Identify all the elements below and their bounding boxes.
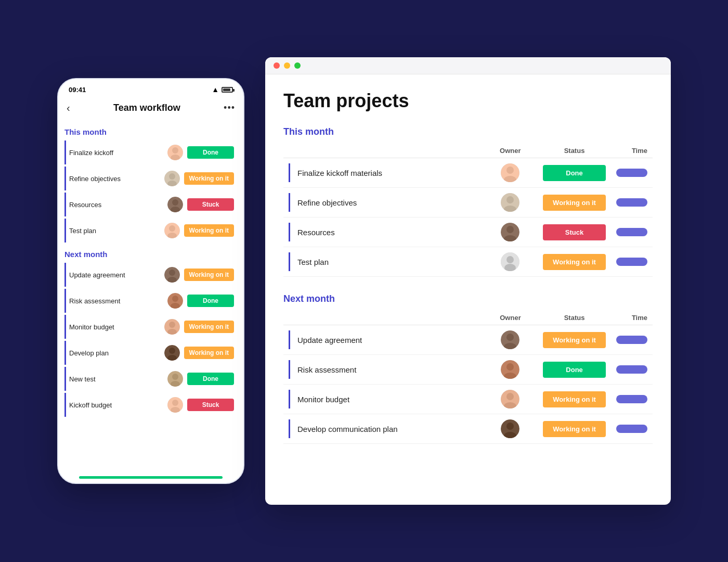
status-badge: Done (187, 295, 234, 307)
table-row[interactable]: Finalize kickoff materials Done (283, 158, 653, 188)
status-badge: Working on it (543, 421, 606, 437)
status-badge: Working on it (543, 254, 606, 270)
task-name: Resources (69, 201, 163, 209)
task-border (289, 223, 290, 241)
window-dot-green[interactable] (294, 62, 301, 69)
owner-cell (483, 325, 538, 355)
avatar (167, 197, 183, 212)
task-cell: Finalize kickoff materials (283, 158, 483, 188)
time-cell (611, 247, 653, 277)
window-dot-yellow[interactable] (284, 62, 290, 69)
svg-point-46 (506, 363, 514, 371)
table-row[interactable]: Update agreement Working on it (283, 325, 653, 355)
status-badge: Done (543, 165, 606, 181)
time-bar (616, 425, 647, 433)
task-border (289, 163, 290, 182)
battery-icon (222, 87, 233, 93)
svg-point-16 (172, 296, 178, 302)
table-row[interactable]: Refine objectives Working on it (283, 188, 653, 218)
task-row[interactable]: Refine objectives Working on it (64, 167, 237, 190)
time-bar (616, 198, 647, 207)
phone-mockup: 09:41 ▲ ‹ Team workflow ••• This month F… (57, 78, 244, 484)
task-row[interactable]: Test plan Working on it (64, 219, 237, 242)
desktop-window: Team projects This month Owner Status Ti… (265, 57, 671, 505)
task-row[interactable]: Kickoff budget Stuck (64, 393, 237, 417)
table-row[interactable]: Risk assessment Done (283, 355, 653, 385)
status-badge: Done (187, 373, 234, 385)
task-row[interactable]: Monitor budget Working on it (64, 315, 237, 339)
task-border (289, 330, 290, 349)
col-time-header-2: Time (611, 311, 653, 325)
status-badge: Working on it (543, 391, 606, 407)
col-status-header-2: Status (538, 311, 611, 325)
svg-point-40 (506, 256, 514, 263)
col-time-header: Time (611, 144, 653, 158)
window-dot-red[interactable] (274, 62, 280, 69)
avatar (164, 171, 180, 186)
task-name: Update agreement (69, 271, 160, 279)
task-row[interactable]: Risk assessment Done (64, 289, 237, 313)
status-cell: Done (538, 355, 611, 385)
svg-point-34 (506, 196, 514, 203)
task-name: Test plan (69, 227, 160, 235)
avatar (501, 419, 519, 438)
svg-point-31 (506, 167, 514, 174)
col-owner-header-2: Owner (483, 311, 538, 325)
task-row[interactable]: Update agreement Working on it (64, 263, 237, 287)
task-cell: Risk assessment (283, 355, 483, 385)
svg-point-52 (506, 423, 514, 430)
task-row[interactable]: Finalize kickoff Done (64, 140, 237, 164)
status-badge: Working on it (184, 347, 234, 359)
task-name: Finalize kickoff materials (297, 169, 382, 177)
phone-header: ‹ Team workflow ••• (58, 98, 243, 120)
table-row[interactable]: Develop communication plan Working on it (283, 414, 653, 444)
back-button[interactable]: ‹ (67, 102, 70, 114)
svg-point-43 (506, 334, 514, 341)
col-owner-header: Owner (483, 144, 538, 158)
desktop-mockup: Team projects This month Owner Status Ti… (265, 57, 671, 505)
phone-frame: 09:41 ▲ ‹ Team workflow ••• This month F… (57, 78, 244, 484)
task-row[interactable]: Develop plan Working on it (64, 341, 237, 365)
this-month-tbody: Finalize kickoff materials DoneRefine ob… (283, 158, 653, 277)
avatar (501, 252, 519, 271)
next-month-tbody: Update agreement Working on itRisk asses… (283, 325, 653, 444)
desktop-this-month-label: This month (283, 126, 653, 137)
window-body: Team projects This month Owner Status Ti… (265, 74, 671, 505)
task-name: Update agreement (297, 336, 362, 344)
phone-bottom-bar (79, 476, 223, 479)
time-cell (611, 355, 653, 385)
phone-this-month-tasks: Finalize kickoff DoneRefine objectives W… (64, 140, 237, 242)
task-name: Risk assessment (69, 297, 163, 305)
phone-status-bar: 09:41 ▲ (58, 79, 243, 98)
svg-point-22 (169, 348, 175, 354)
task-row[interactable]: Resources Stuck (64, 193, 237, 216)
table-row[interactable]: Monitor budget Working on it (283, 385, 653, 414)
time-bar (616, 258, 647, 266)
phone-next-month-label: Next month (64, 250, 237, 259)
owner-cell (483, 247, 538, 277)
owner-cell (483, 158, 538, 188)
task-name: Finalize kickoff (69, 149, 163, 157)
task-border (289, 360, 290, 379)
status-badge: Stuck (187, 198, 234, 211)
status-badge: Working on it (184, 224, 234, 237)
status-badge: Working on it (543, 332, 606, 348)
phone-menu-button[interactable]: ••• (224, 103, 235, 113)
task-border (289, 193, 290, 212)
status-badge: Working on it (184, 172, 234, 185)
svg-point-19 (169, 322, 175, 328)
owner-cell (483, 355, 538, 385)
time-bar (616, 228, 647, 236)
time-cell (611, 385, 653, 414)
table-header-row-2: Owner Status Time (283, 311, 653, 325)
phone-body: This month Finalize kickoff DoneRefine o… (58, 120, 243, 476)
table-row[interactable]: Resources Stuck (283, 218, 653, 247)
table-row[interactable]: Test plan Working on it (283, 247, 653, 277)
status-cell: Working on it (538, 247, 611, 277)
phone-status-icons: ▲ (212, 85, 233, 94)
status-badge: Done (543, 362, 606, 378)
status-badge: Working on it (184, 321, 234, 333)
phone-next-month-tasks: Update agreement Working on itRisk asses… (64, 263, 237, 417)
task-name: Kickoff budget (69, 401, 163, 409)
task-row[interactable]: New test Done (64, 367, 237, 391)
